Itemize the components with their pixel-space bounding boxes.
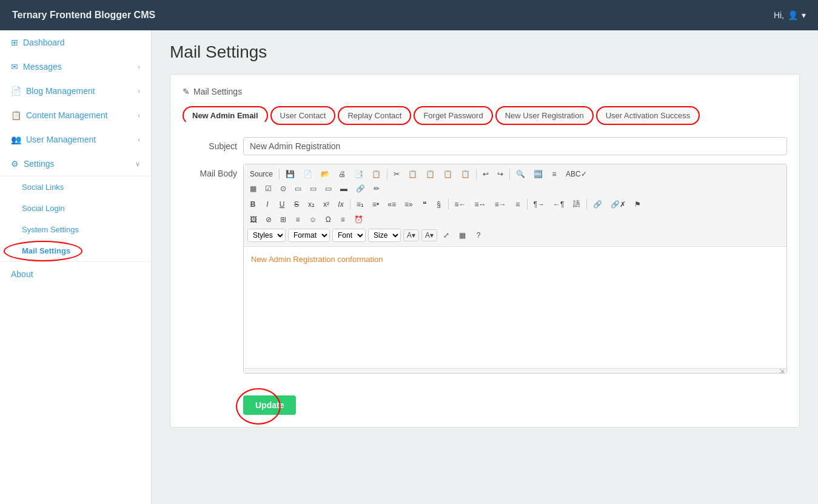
iframe-btn[interactable]: ≡ xyxy=(336,213,349,226)
removeformat-btn[interactable]: Ix xyxy=(334,198,347,210)
sidebar-sub-item-system-settings[interactable]: System Settings xyxy=(0,219,151,240)
tab-forget-password[interactable]: Forget Password xyxy=(414,106,492,125)
settings-icon: ⚙ xyxy=(11,159,19,169)
bold-btn[interactable]: B xyxy=(246,198,260,210)
datetime-btn[interactable]: ⏰ xyxy=(350,213,367,226)
font-color-btn[interactable]: A▾ xyxy=(403,229,419,241)
subject-input[interactable] xyxy=(243,137,787,155)
sep xyxy=(279,169,280,180)
unlink-btn[interactable]: 🔗✗ xyxy=(607,198,629,210)
sidebar-item-label: User Management xyxy=(26,135,96,144)
bg-color-btn[interactable]: A▾ xyxy=(421,229,437,241)
sidebar-item-blog-management[interactable]: 📄 Blog Management ‹ xyxy=(0,79,151,103)
align-right-btn[interactable]: ≡→ xyxy=(491,198,510,210)
replace-btn[interactable]: 🔤 xyxy=(530,168,546,180)
align-left-btn[interactable]: ≡← xyxy=(451,198,470,210)
open-btn[interactable]: 📂 xyxy=(317,168,334,180)
format-select[interactable]: Format xyxy=(288,229,330,242)
align-justify-btn[interactable]: ≡ xyxy=(511,198,525,210)
maximize-btn[interactable]: ⤢ xyxy=(440,229,453,241)
sidebar-item-messages[interactable]: ✉ Messages ‹ xyxy=(0,55,151,79)
sep xyxy=(350,199,350,210)
copy-btn[interactable]: 📋 xyxy=(404,168,421,180)
cut-btn[interactable]: ✂ xyxy=(390,168,403,180)
strikethrough-btn[interactable]: S xyxy=(290,198,303,210)
edit-btn[interactable]: ✏ xyxy=(370,183,383,195)
chevron-icon: ‹ xyxy=(138,136,140,143)
radio-btn[interactable]: ⊙ xyxy=(277,183,290,195)
link-btn[interactable]: 🔗 xyxy=(589,198,606,210)
new-doc-btn[interactable]: 📄 xyxy=(300,168,316,180)
anchor-btn[interactable]: ⚑ xyxy=(631,198,645,210)
sep xyxy=(448,199,449,210)
blockquote-btn[interactable]: ❝ xyxy=(418,198,431,210)
button-btn[interactable]: ▬ xyxy=(337,183,351,195)
orderedlist-btn[interactable]: ≡₁ xyxy=(353,198,367,210)
sidebar-sub-item-social-login[interactable]: Social Login xyxy=(0,198,151,219)
sidebar: ⊞ Dashboard ✉ Messages ‹ 📄 Blog Manageme… xyxy=(0,30,152,504)
preview-btn[interactable]: 📑 xyxy=(350,168,367,180)
tab-user-activation-success[interactable]: User Activation Success xyxy=(596,106,700,125)
spellcheck-btn[interactable]: ABC✓ xyxy=(562,168,591,180)
source-btn[interactable]: Source xyxy=(246,168,277,180)
paste-word-btn[interactable]: 📋 xyxy=(457,168,474,180)
special-char-btn[interactable]: Ω xyxy=(321,213,335,226)
save-btn[interactable]: 💾 xyxy=(282,168,298,180)
size-select[interactable]: Size xyxy=(368,229,401,242)
sidebar-item-about[interactable]: About xyxy=(0,262,151,286)
underline-btn[interactable]: U xyxy=(275,198,289,210)
sidebar-item-dashboard[interactable]: ⊞ Dashboard xyxy=(0,30,151,55)
user-menu[interactable]: Hi, 👤 ▾ xyxy=(774,10,806,20)
styles-select[interactable]: Styles xyxy=(247,229,286,242)
emoji-btn[interactable]: ☺ xyxy=(306,213,320,226)
superscript-btn[interactable]: x² xyxy=(320,198,333,210)
textarea-btn[interactable]: ▭ xyxy=(306,183,320,195)
redo-btn[interactable]: ↪ xyxy=(494,168,507,180)
code-btn[interactable]: § xyxy=(432,198,446,210)
italic-btn[interactable]: I xyxy=(261,198,274,210)
find-btn[interactable]: 🔍 xyxy=(512,168,529,180)
print-btn[interactable]: 🖨 xyxy=(335,168,349,180)
font-select[interactable]: Font xyxy=(332,229,366,242)
select-btn[interactable]: ▭ xyxy=(321,183,335,195)
sep xyxy=(476,169,477,180)
flash-btn[interactable]: ⊘ xyxy=(262,213,275,226)
table-btn[interactable]: ▦ xyxy=(246,183,260,195)
subscript-btn[interactable]: x₂ xyxy=(304,198,318,210)
paste-btn[interactable]: 📋 xyxy=(422,168,438,180)
outdent-btn[interactable]: «≡ xyxy=(384,198,400,210)
update-button[interactable]: Update xyxy=(243,395,296,415)
hline-btn[interactable]: ≡ xyxy=(291,213,304,226)
editor-body[interactable]: New Admin Registration conformation xyxy=(244,247,786,368)
image-btn[interactable]: 🖼 xyxy=(246,213,261,226)
subject-label: Subject xyxy=(183,141,237,151)
indent-btn[interactable]: ≡» xyxy=(401,198,417,210)
select-all-btn[interactable]: ≡ xyxy=(548,168,561,180)
tab-new-admin-email[interactable]: New Admin Email xyxy=(183,106,268,125)
sidebar-item-content-management[interactable]: 📋 Content Management ‹ xyxy=(0,103,151,127)
language-btn[interactable]: 語 xyxy=(569,197,584,211)
table2-btn[interactable]: ⊞ xyxy=(277,213,290,226)
textfield-btn[interactable]: ▭ xyxy=(291,183,305,195)
link-btn2[interactable]: 🔗 xyxy=(352,183,369,195)
sidebar-item-user-management[interactable]: 👥 User Management ‹ xyxy=(0,127,151,152)
paste-text-btn[interactable]: 📋 xyxy=(440,168,456,180)
sidebar-item-settings[interactable]: ⚙ Settings ∨ xyxy=(0,152,151,176)
checkbox-btn[interactable]: ☑ xyxy=(261,183,275,195)
sidebar-item-label: Settings xyxy=(24,159,55,169)
sidebar-sub-item-social-links[interactable]: Social Links xyxy=(0,176,151,198)
unorderedlist-btn[interactable]: ≡• xyxy=(369,198,383,210)
tab-replay-contact[interactable]: Replay Contact xyxy=(338,106,411,125)
undo-btn[interactable]: ↩ xyxy=(479,168,492,180)
dashboard-icon: ⊞ xyxy=(11,38,18,47)
template-btn[interactable]: 📋 xyxy=(368,168,384,180)
tab-user-contact[interactable]: User Contact xyxy=(270,106,336,125)
user-management-icon: 👥 xyxy=(11,135,21,144)
help-btn[interactable]: ? xyxy=(472,229,485,241)
blocks-btn[interactable]: ▦ xyxy=(455,229,469,241)
align-center-btn[interactable]: ≡↔ xyxy=(471,198,490,210)
tab-new-user-registration[interactable]: New User Registration xyxy=(495,106,594,125)
rtl-btn[interactable]: ←¶ xyxy=(549,198,568,210)
sidebar-sub-item-mail-settings[interactable]: Mail Settings xyxy=(0,240,151,261)
ltr-btn[interactable]: ¶→ xyxy=(530,198,548,210)
